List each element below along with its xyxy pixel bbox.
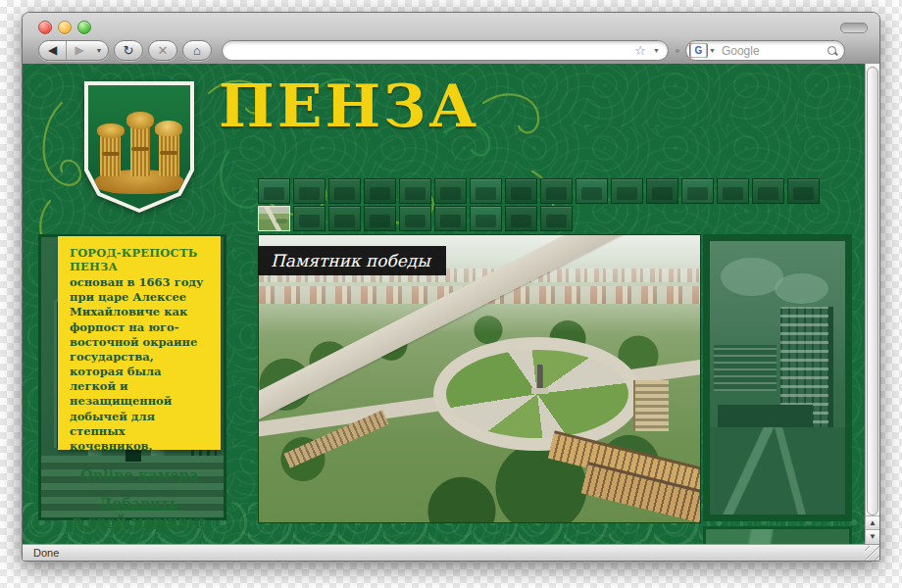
wheat-sheaf-icon bbox=[159, 132, 179, 176]
cloud bbox=[775, 273, 828, 304]
cloud bbox=[721, 258, 782, 296]
wheat-sheaf-icon bbox=[100, 134, 121, 176]
scroll-up-icon[interactable]: ▲ bbox=[866, 515, 879, 530]
thumbnail-row-2 bbox=[258, 206, 573, 231]
shield-field bbox=[88, 85, 190, 209]
navigation-toolbar: ◀ ▶ ▼ ↻ ✕ ⌂ ☆ ▼ G ▼ bbox=[23, 38, 879, 64]
home-button[interactable]: ⌂ bbox=[182, 40, 212, 61]
coat-of-arms bbox=[84, 81, 194, 213]
gallery-thumbnail[interactable] bbox=[540, 206, 573, 231]
gallery-thumbnail[interactable] bbox=[364, 206, 396, 231]
zoom-button[interactable] bbox=[77, 21, 91, 34]
search-engine-dropdown-icon[interactable]: ▼ bbox=[709, 47, 716, 54]
back-forward-control[interactable]: ◀ ▶ ▼ bbox=[38, 40, 109, 61]
toolbar-divider bbox=[676, 49, 679, 53]
link-add-to-route[interactable]: Добавить в свой маршрут bbox=[70, 495, 209, 529]
thumbnail-row-1 bbox=[258, 178, 820, 204]
status-text: Done bbox=[33, 547, 59, 559]
reload-icon: ↻ bbox=[124, 43, 134, 58]
gallery-thumbnail[interactable] bbox=[293, 178, 326, 204]
photo-caption: Памятник победы bbox=[258, 246, 446, 275]
penza-page: ПЕНЗА ГОРОД-КРЕПОСТЬ ПЕНЗА основан в 166… bbox=[23, 64, 865, 544]
address-bar[interactable]: ☆ ▼ bbox=[222, 40, 669, 61]
gallery-thumbnail[interactable] bbox=[752, 178, 784, 204]
reload-button[interactable]: ↻ bbox=[114, 40, 143, 61]
wheat-sheaf-icon bbox=[130, 124, 151, 176]
victory-square bbox=[433, 337, 641, 451]
side-photo-bottom-partial bbox=[703, 526, 852, 544]
gallery-thumbnail[interactable] bbox=[293, 206, 326, 231]
gallery-thumbnail[interactable] bbox=[328, 178, 361, 204]
status-bar: Done bbox=[23, 544, 879, 561]
gallery-thumbnail[interactable] bbox=[258, 178, 290, 204]
page-content: ПЕНЗА ГОРОД-КРЕПОСТЬ ПЕНЗА основан в 166… bbox=[23, 64, 879, 544]
monument bbox=[537, 365, 542, 390]
gallery-thumbnail[interactable] bbox=[540, 178, 573, 204]
google-search-field[interactable]: G ▼ bbox=[685, 40, 845, 61]
browser-chrome: ◀ ▶ ▼ ↻ ✕ ⌂ ☆ ▼ G ▼ bbox=[23, 13, 879, 65]
close-button[interactable] bbox=[38, 21, 52, 34]
browser-window: ◀ ▶ ▼ ↻ ✕ ⌂ ☆ ▼ G ▼ bbox=[22, 12, 880, 562]
gallery-thumbnail[interactable] bbox=[787, 178, 820, 204]
stop-icon: ✕ bbox=[158, 43, 169, 58]
stop-button[interactable]: ✕ bbox=[148, 40, 177, 61]
low-building bbox=[718, 405, 813, 426]
info-links: Online камера Добавить в свой маршрут То… bbox=[70, 466, 209, 544]
scrollbar-thumb[interactable] bbox=[867, 67, 878, 515]
search-icon[interactable] bbox=[827, 45, 838, 57]
gallery-thumbnail[interactable] bbox=[576, 178, 608, 204]
gallery-thumbnail[interactable] bbox=[328, 206, 361, 231]
toolbar-toggle-button[interactable] bbox=[840, 23, 868, 33]
resize-grip[interactable] bbox=[865, 546, 879, 561]
gallery-thumbnail[interactable] bbox=[258, 206, 290, 231]
bookmark-star-icon[interactable]: ☆ bbox=[634, 42, 646, 60]
home-icon: ⌂ bbox=[193, 43, 201, 58]
gallery-thumbnail[interactable] bbox=[611, 178, 643, 204]
gallery-thumbnail[interactable] bbox=[505, 206, 537, 231]
page-title: ПЕНЗА bbox=[219, 72, 479, 140]
gallery-thumbnail[interactable] bbox=[470, 206, 502, 231]
gallery-thumbnail[interactable] bbox=[364, 178, 396, 204]
link-online-camera[interactable]: Online камера bbox=[70, 466, 209, 483]
gallery-thumbnail[interactable] bbox=[646, 178, 678, 204]
back-icon[interactable]: ◀ bbox=[39, 41, 67, 60]
minimize-button[interactable] bbox=[58, 21, 72, 34]
info-heading: ГОРОД-КРЕПОСТЬ ПЕНЗА bbox=[70, 246, 209, 273]
gallery-thumbnail[interactable] bbox=[717, 178, 749, 204]
forward-icon[interactable]: ▶ bbox=[67, 41, 92, 60]
search-input[interactable] bbox=[720, 43, 827, 59]
address-dropdown-icon[interactable]: ▼ bbox=[653, 47, 660, 54]
apartment-block bbox=[633, 380, 669, 431]
gallery-thumbnail[interactable] bbox=[434, 178, 467, 204]
gallery-thumbnail[interactable] bbox=[399, 178, 431, 204]
info-body: основан в 1663 году при царе Алексее Мих… bbox=[70, 275, 209, 454]
slab-block bbox=[714, 345, 776, 391]
google-logo-icon[interactable]: G bbox=[690, 43, 707, 58]
side-photo-right bbox=[703, 234, 852, 521]
lawn-paths bbox=[710, 427, 845, 514]
vertical-scrollbar[interactable]: ▲ ▼ bbox=[865, 64, 879, 544]
main-photo bbox=[258, 234, 701, 523]
gallery-thumbnail[interactable] bbox=[505, 178, 537, 204]
city-info-box: ГОРОД-КРЕПОСТЬ ПЕНЗА основан в 1663 году… bbox=[58, 236, 221, 450]
gallery-thumbnail[interactable] bbox=[470, 178, 502, 204]
gallery-thumbnail[interactable] bbox=[434, 206, 467, 231]
scroll-down-icon[interactable]: ▼ bbox=[866, 529, 879, 544]
gallery-thumbnail[interactable] bbox=[399, 206, 431, 231]
history-dropdown-icon[interactable]: ▼ bbox=[92, 47, 106, 54]
gallery-thumbnail[interactable] bbox=[681, 178, 714, 204]
